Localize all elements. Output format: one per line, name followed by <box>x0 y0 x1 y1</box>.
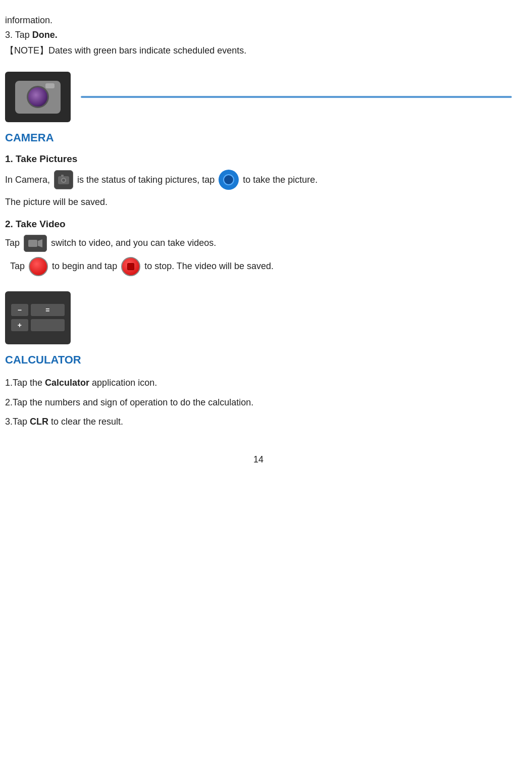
calc-minus-btn: − <box>11 304 28 316</box>
camera-divider-line <box>81 96 512 98</box>
done-bold: Done. <box>32 30 58 40</box>
calc-item3-bold: CLR <box>30 417 48 427</box>
camera-status-icon <box>54 170 73 189</box>
calc-equals-btn: = <box>31 304 65 316</box>
calc-plus-btn: + <box>11 319 28 331</box>
camera-app-icon <box>5 72 71 122</box>
calculator-icon-block: − = + <box>5 291 512 344</box>
calc-item3-post: to clear the result. <box>48 417 123 427</box>
calc-row-1: − = <box>11 304 65 316</box>
take-pictures-saved: The picture will be saved. <box>5 195 512 210</box>
calc-item1: 1.Tap the Calculator application icon. <box>5 376 512 390</box>
calc-item3-pre: 3.Tap <box>5 417 30 427</box>
tp-para1-mid: is the status of taking pictures, tap <box>77 173 215 187</box>
tv-para2-post: to stop. The video will be saved. <box>144 259 274 274</box>
camera-header-block <box>5 72 512 122</box>
take-picture-icon <box>219 170 239 190</box>
calc-empty-btn <box>31 319 65 331</box>
tv-para2-pre: Tap <box>10 259 25 274</box>
tp-para1-pre: In Camera, <box>5 173 50 187</box>
take-video-title: 2. Take Video <box>5 219 512 230</box>
calc-item1-bold: Calculator <box>45 378 89 388</box>
calculator-section-title: CALCULATOR <box>5 353 512 367</box>
camera-body-shape <box>15 81 61 114</box>
record-stop-icon <box>121 257 140 276</box>
svg-marker-5 <box>38 239 42 247</box>
tv-para1-post: switch to video, and you can take videos… <box>51 236 216 250</box>
calc-item1-pre: 1.Tap the <box>5 378 45 388</box>
tap-done-prefix: 3. Tap <box>5 30 32 40</box>
tv-para2-mid: to begin and tap <box>52 259 117 274</box>
svg-rect-4 <box>28 240 37 247</box>
take-pictures-para1: In Camera, is the status of taking pictu… <box>5 170 512 190</box>
take-video-para1: Tap switch to video, and you can take vi… <box>5 235 512 252</box>
note-text: 【NOTE】Dates with green bars indicate sch… <box>5 44 512 57</box>
calc-item1-post: application icon. <box>89 378 157 388</box>
svg-rect-3 <box>61 175 64 177</box>
tp-para1-post: to take the picture. <box>243 173 317 187</box>
tv-para1-pre: Tap <box>5 236 20 250</box>
take-video-para2: Tap to begin and tap to stop. The video … <box>5 257 512 276</box>
take-pictures-title: 1. Take Pictures <box>5 153 512 165</box>
calculator-app-icon: − = + <box>5 291 71 344</box>
calc-item3: 3.Tap CLR to clear the result. <box>5 415 512 429</box>
calc-item2: 2.Tap the numbers and sign of operation … <box>5 395 512 410</box>
intro-text1: information. <box>5 15 512 26</box>
camera-section-title: CAMERA <box>5 131 512 144</box>
tap-done-text: 3. Tap Done. <box>5 30 512 40</box>
svg-point-2 <box>62 179 65 182</box>
video-switch-icon <box>24 235 47 252</box>
page-number: 14 <box>5 454 512 465</box>
record-begin-icon <box>29 257 48 276</box>
calc-row-2: + <box>11 319 65 331</box>
